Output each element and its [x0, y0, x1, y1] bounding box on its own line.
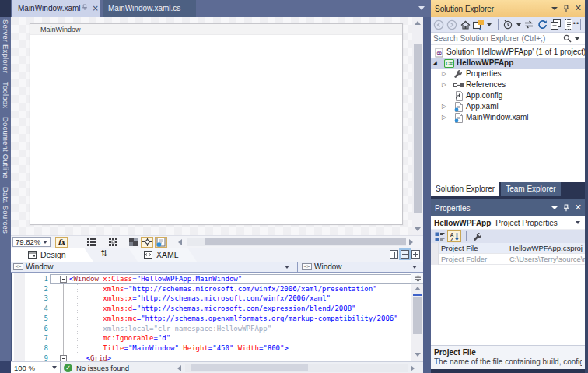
scroll-down-icon[interactable] — [415, 353, 421, 357]
snaplines-button[interactable] — [141, 237, 153, 248]
alphabetical-button[interactable]: AZ — [447, 230, 461, 242]
issues-status-text[interactable]: No issues found — [76, 364, 129, 372]
code-line-4[interactable]: 4 xmlns:d="http://schemas.microsoft.com/… — [12, 304, 412, 314]
overflow-dots-icon[interactable]: •• — [571, 17, 582, 30]
code-line-6[interactable]: 6 xmlns:local="clr-namespace:HellowWPFAp… — [12, 324, 412, 334]
designer-artboard-window[interactable]: MainWindow — [30, 23, 403, 225]
element-path-combo-right[interactable]: <> Window — [302, 262, 342, 272]
editor-hscroll-track[interactable] — [185, 364, 408, 372]
close-icon[interactable]: ✕ — [575, 204, 582, 212]
code-line-1[interactable]: 1<Window x:Class="HellowWPFApp.MainWindo… — [12, 274, 412, 284]
scroll-right-icon[interactable] — [409, 239, 413, 245]
search-options-chevron-icon[interactable] — [575, 37, 579, 40]
scroll-down-icon[interactable] — [415, 227, 421, 231]
code-line-5[interactable]: 5 xmlns:mc="http://schemas.openxmlformat… — [12, 314, 412, 324]
code-line-3[interactable]: 3 xmlns:x="http://schemas.microsoft.com/… — [12, 294, 412, 304]
expander-collapsed-icon[interactable]: ▷ — [442, 69, 446, 79]
scroll-up-icon[interactable] — [415, 287, 421, 290]
code-line-2[interactable]: 2 xmlns="http://schemas.microsoft.com/wi… — [12, 284, 412, 294]
code-line-8[interactable]: 8 Title="MainWindow" Height="450" Width=… — [12, 343, 412, 354]
categorized-button[interactable] — [432, 230, 446, 242]
scroll-left-icon[interactable] — [178, 239, 182, 245]
effects-button[interactable]: fx — [55, 237, 68, 248]
pin-icon[interactable] — [563, 204, 569, 212]
tree-item-app.config[interactable]: App.config — [431, 90, 585, 101]
editor-hscroll-thumb[interactable] — [191, 364, 308, 371]
collapse-all-icon[interactable] — [550, 19, 561, 31]
chevron-down-icon[interactable] — [285, 266, 289, 269]
properties-object-combo[interactable]: HellowWPFApp Project Properties — [431, 216, 585, 230]
window-position-icon[interactable] — [551, 7, 558, 10]
designer-hscroll-thumb[interactable] — [205, 238, 406, 245]
pin-icon[interactable] — [81, 0, 88, 17]
fold-collapse-box[interactable] — [60, 276, 67, 283]
designer-zoom-combo[interactable]: 79.82% — [12, 237, 51, 247]
side-tab-document-outline[interactable]: Document Outline — [0, 117, 11, 178]
designer-vscroll-thumb[interactable] — [414, 44, 422, 213]
document-tab-mainwindow.xaml[interactable]: MainWindow.xaml× — [12, 0, 100, 17]
sync-with-active-document-icon[interactable] — [523, 19, 534, 31]
panel-tab-solution-explorer[interactable]: Solution Explorer — [431, 182, 499, 196]
expander-collapsed-icon[interactable]: ▷ — [442, 79, 446, 90]
pin-icon[interactable] — [563, 5, 569, 12]
tab-design[interactable]: Design — [11, 248, 93, 262]
home-icon[interactable] — [460, 19, 471, 31]
editor-vertical-scrollbar[interactable] — [411, 273, 423, 361]
close-icon[interactable]: ✕ — [575, 5, 582, 12]
snap-to-gridlines-button[interactable] — [107, 237, 119, 248]
panel-tab-team-explorer[interactable]: Team Explorer — [501, 182, 560, 196]
nav-back-icon[interactable] — [433, 19, 444, 31]
show-snap-grid-button[interactable] — [85, 237, 97, 248]
xaml-code-editor[interactable]: 1<Window x:Class="HellowWPFApp.MainWindo… — [11, 273, 423, 361]
switch-views-icon[interactable] — [473, 19, 484, 31]
search-icon[interactable] — [563, 34, 572, 43]
property-row-project-file[interactable]: Project FileHellowWPFApp.csproj — [431, 243, 585, 254]
search-box[interactable]: Search Solution Explorer (Ctrl+;) — [431, 33, 585, 45]
horizontal-split-button[interactable] — [401, 250, 409, 259]
fold-collapse-box[interactable] — [60, 355, 67, 361]
expander-collapsed-icon[interactable]: ▷ — [442, 101, 446, 112]
wpf-designer-surface[interactable]: MainWindow — [11, 17, 412, 235]
tab-xaml[interactable]: XAML — [128, 248, 197, 262]
document-tab-mainwindow.xaml.cs[interactable]: MainWindow.xaml.cs — [103, 0, 196, 17]
designer-horizontal-scrollbar[interactable] — [187, 238, 406, 246]
property-pages-wrench-button[interactable] — [471, 230, 485, 242]
scroll-left-icon[interactable] — [177, 365, 181, 371]
scroll-up-icon[interactable] — [415, 21, 421, 25]
tab-list-dropdown-icon[interactable] — [418, 6, 425, 10]
property-value[interactable]: C:\Users\Terry\source\rep — [506, 255, 585, 263]
scroll-right-icon[interactable] — [411, 365, 415, 371]
collapse-pane-button[interactable] — [411, 250, 420, 259]
tree-item-solution-hellowwpfapp-1-of-1-project[interactable]: ∞Solution 'HellowWPFApp' (1 of 1 project… — [431, 47, 585, 58]
element-path-combo-left[interactable]: <> Window — [13, 262, 54, 272]
editor-horizontal-scrollbar[interactable] — [176, 364, 418, 372]
editor-zoom-combo[interactable]: 100 % — [11, 362, 61, 373]
properties-title-bar[interactable]: Properties ✕ — [431, 199, 585, 216]
panel-splitter[interactable] — [423, 17, 431, 373]
pending-changes-filter-icon[interactable] — [502, 19, 513, 31]
side-tab-toolbox[interactable]: Toolbox — [0, 82, 11, 108]
nav-forward-icon[interactable] — [446, 19, 457, 31]
tree-item-properties[interactable]: ▷Properties — [431, 69, 585, 79]
editor-splitter-handle[interactable] — [411, 273, 424, 284]
toggle-artboard-background-button[interactable] — [127, 237, 139, 248]
close-icon[interactable]: × — [93, 0, 99, 17]
window-position-icon[interactable] — [551, 206, 558, 209]
side-tab-server-explorer[interactable]: Server Explorer — [0, 19, 11, 73]
chevron-down-icon[interactable] — [487, 23, 492, 26]
swap-panes-icon[interactable]: ⇅ — [100, 248, 107, 259]
property-row-project-folder[interactable]: Project FolderC:\Users\Terry\source\rep — [431, 254, 585, 265]
chevron-down-icon[interactable] — [516, 23, 521, 26]
expander-collapsed-icon[interactable]: ▷ — [442, 112, 446, 123]
vertical-split-button[interactable] — [390, 250, 398, 259]
snap-to-snaplines-button[interactable] — [155, 237, 167, 248]
code-line-7[interactable]: 7 mc:Ignorable="d" — [12, 333, 412, 343]
side-tab-data-sources[interactable]: Data Sources — [0, 187, 11, 234]
chevron-down-icon[interactable] — [412, 266, 417, 269]
tree-item-hellowwpfapp[interactable]: ◢C#HellowWPFApp — [431, 58, 585, 69]
designer-vertical-scrollbar[interactable] — [412, 17, 423, 235]
tree-item-mainwindow.xaml[interactable]: ▷MainWindow.xaml — [431, 112, 585, 123]
editor-vscroll-thumb[interactable] — [413, 297, 422, 334]
code-line-9[interactable]: 9 <Grid> — [12, 354, 412, 361]
tree-item-references[interactable]: ▷References — [431, 79, 585, 90]
